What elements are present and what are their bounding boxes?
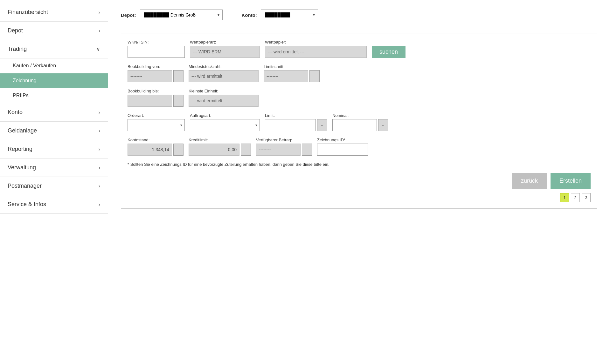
form-row-4: Orderart: ▾ Auftragsart: ▾ Lim bbox=[128, 113, 591, 131]
form-row-1: WKN/ ISIN: Wertpapierart: Wertpapier: su… bbox=[128, 40, 591, 58]
sidebar-item-label: Depot bbox=[8, 27, 23, 34]
page-1-label: 1 bbox=[563, 195, 565, 200]
sidebar-item-label: Trading bbox=[8, 46, 27, 52]
kreditlimit-input bbox=[189, 144, 239, 156]
wertpapierart-field: Wertpapierart: bbox=[190, 40, 260, 58]
nominal-btn[interactable]: -- bbox=[378, 119, 388, 131]
zuruck-button[interactable]: zurück bbox=[512, 173, 547, 189]
sidebar-item-reporting[interactable]: Reporting › bbox=[0, 140, 108, 158]
bookbuilding-bis-label: Bookbuilding bis: bbox=[128, 89, 184, 93]
kleinste-einheit-label: Kleinste Einheit: bbox=[189, 89, 259, 93]
kontostand-btn[interactable] bbox=[173, 144, 184, 156]
kreditlimit-label: Kreditlimit: bbox=[189, 138, 251, 142]
zeichnung-form: WKN/ ISIN: Wertpapierart: Wertpapier: su… bbox=[121, 33, 597, 209]
wertpapier-label: Wertpapier: bbox=[265, 40, 367, 44]
auftragsart-label: Auftragsart: bbox=[190, 113, 260, 118]
page-1-button[interactable]: 1 bbox=[560, 193, 569, 202]
wkn-isin-input[interactable] bbox=[128, 46, 185, 58]
chevron-right-icon: › bbox=[99, 10, 100, 15]
suchen-button[interactable]: suchen bbox=[372, 46, 406, 58]
sidebar-subitem-label: Zeichnung bbox=[13, 78, 37, 84]
wertpapier-field: Wertpapier: bbox=[265, 40, 367, 58]
mindeststuckzahl-label: Mindeststückzahl: bbox=[189, 64, 259, 69]
pagination: 1 2 3 bbox=[128, 193, 591, 202]
kontostand-field: Kontostand: bbox=[128, 138, 184, 156]
sidebar-item-label: Postmanager bbox=[8, 183, 42, 189]
chevron-down-icon: ∨ bbox=[96, 46, 100, 52]
depot-select-wrapper[interactable]: ████████ Dennis Groß ▾ bbox=[140, 10, 223, 20]
konto-select-wrapper[interactable]: ████████ ▾ bbox=[261, 10, 318, 20]
chevron-right-icon: › bbox=[99, 165, 100, 171]
sidebar-item-finanzubersicht[interactable]: Finanzübersicht › bbox=[0, 3, 108, 22]
kreditlimit-field: Kreditlimit: bbox=[189, 138, 251, 156]
chevron-right-icon: › bbox=[99, 28, 100, 34]
limit-label: Limit: bbox=[265, 113, 327, 118]
limitschritt-label: Limitschritt: bbox=[264, 64, 320, 69]
nominal-label: Nominal: bbox=[332, 113, 388, 118]
chevron-right-icon: › bbox=[99, 183, 100, 189]
zeichnungs-id-field: Zeichnungs ID*: bbox=[317, 138, 368, 156]
auftragsart-select[interactable] bbox=[190, 119, 260, 131]
bookbuilding-bis-field: Bookbuilding bis: bbox=[128, 89, 184, 107]
page-2-button[interactable]: 2 bbox=[571, 193, 580, 202]
konto-label: Konto: bbox=[242, 12, 257, 18]
page-3-button[interactable]: 3 bbox=[582, 193, 591, 202]
zeichnungs-id-input[interactable] bbox=[317, 144, 368, 156]
kreditlimit-btn[interactable] bbox=[241, 144, 251, 156]
verfugbarer-betrag-label: Verfügbarer Betrag: bbox=[256, 138, 312, 142]
bookbuilding-von-label: Bookbuilding von: bbox=[128, 64, 184, 69]
chevron-right-icon: › bbox=[99, 110, 100, 115]
erstellen-button[interactable]: Erstellen bbox=[551, 173, 591, 189]
wertpapier-input bbox=[265, 46, 367, 58]
depot-select[interactable]: ████████ Dennis Groß bbox=[140, 10, 223, 20]
sidebar-item-service-infos[interactable]: Service & Infos › bbox=[0, 195, 108, 214]
limitschritt-input bbox=[264, 70, 308, 82]
footnote-text: * Sollten Sie eine Zeichnungs ID für ein… bbox=[128, 162, 591, 167]
orderart-label: Orderart: bbox=[128, 113, 185, 118]
sidebar-subitem-kaufen-verkaufen[interactable]: Kaufen / Verkaufen bbox=[0, 58, 108, 73]
sidebar-item-label: Verwaltung bbox=[8, 164, 36, 171]
konto-select[interactable]: ████████ bbox=[261, 10, 318, 20]
limit-field: Limit: -- bbox=[265, 113, 327, 131]
limit-input[interactable] bbox=[265, 119, 316, 131]
form-row-3: Bookbuilding bis: Kleinste Einheit: bbox=[128, 89, 591, 107]
wkn-isin-field: WKN/ ISIN: bbox=[128, 40, 185, 58]
sidebar-item-konto[interactable]: Konto › bbox=[0, 103, 108, 122]
bookbuilding-bis-btn[interactable] bbox=[173, 95, 184, 107]
verfugbarer-betrag-field: Verfügbarer Betrag: bbox=[256, 138, 312, 156]
kontostand-input bbox=[128, 144, 172, 156]
orderart-select[interactable] bbox=[128, 119, 185, 131]
wkn-isin-label: WKN/ ISIN: bbox=[128, 40, 185, 44]
sidebar-subitem-priips[interactable]: PRIIPs bbox=[0, 88, 108, 103]
kleinste-einheit-field: Kleinste Einheit: bbox=[189, 89, 259, 107]
nominal-input[interactable] bbox=[332, 119, 377, 131]
chevron-right-icon: › bbox=[99, 128, 100, 134]
depot-label: Depot: bbox=[121, 12, 136, 18]
sidebar-item-depot[interactable]: Depot › bbox=[0, 22, 108, 40]
form-row-5: Kontostand: Kreditlimit: Verfügbarer Bet… bbox=[128, 138, 591, 156]
sidebar-subitem-zeichnung[interactable]: Zeichnung bbox=[0, 73, 108, 88]
mindeststuckzahl-input bbox=[189, 70, 259, 82]
limit-btn[interactable]: -- bbox=[317, 119, 327, 131]
sidebar-item-postmanager[interactable]: Postmanager › bbox=[0, 177, 108, 195]
limitschritt-field: Limitschritt: bbox=[264, 64, 320, 82]
chevron-right-icon: › bbox=[99, 202, 100, 207]
kontostand-label: Kontostand: bbox=[128, 138, 184, 142]
sidebar-item-label: Finanzübersicht bbox=[8, 9, 48, 16]
page-2-label: 2 bbox=[574, 195, 576, 200]
depot-konto-row: Depot: ████████ Dennis Groß ▾ Konto: ███… bbox=[121, 10, 597, 20]
bookbuilding-von-btn[interactable] bbox=[173, 70, 184, 82]
form-row-2: Bookbuilding von: Mindeststückzahl: Limi… bbox=[128, 64, 591, 82]
sidebar-item-trading[interactable]: Trading ∨ bbox=[0, 40, 108, 58]
sidebar-item-verwaltung[interactable]: Verwaltung › bbox=[0, 158, 108, 177]
sidebar-item-label: Konto bbox=[8, 109, 23, 116]
sidebar: Finanzübersicht › Depot › Trading ∨ Kauf… bbox=[0, 0, 108, 364]
depot-field-group: Depot: ████████ Dennis Groß ▾ bbox=[121, 10, 223, 20]
limitschritt-btn[interactable] bbox=[309, 70, 320, 82]
sidebar-item-geldanlage[interactable]: Geldanlage › bbox=[0, 122, 108, 140]
wertpapierart-input bbox=[190, 46, 260, 58]
verfugbarer-betrag-btn[interactable] bbox=[302, 144, 312, 156]
bookbuilding-von-input bbox=[128, 70, 172, 82]
auftragsart-field: Auftragsart: ▾ bbox=[190, 113, 260, 131]
zeichnungs-id-label: Zeichnungs ID*: bbox=[317, 138, 368, 142]
